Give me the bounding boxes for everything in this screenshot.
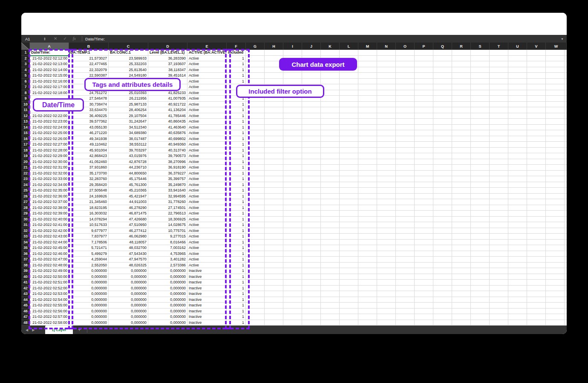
cell-C42[interactable]: 0,000000 [109,286,148,292]
cell-D11[interactable]: 41,136204 [148,107,187,113]
cancel-icon[interactable]: ✕ [54,35,57,43]
empty-cells[interactable] [246,217,567,223]
row-header-35[interactable]: 35 [21,245,30,251]
cell-C12[interactable]: 29,107504 [109,113,148,119]
cell-F25[interactable]: 1 [227,188,246,194]
empty-cells[interactable] [246,257,567,263]
cell-D23[interactable]: 35,399757 [148,176,187,182]
empty-cells[interactable] [246,199,567,205]
cell-A27[interactable]: 21-02-2022 02:37:00 [30,199,69,205]
cell-D21[interactable]: 36,918190 [148,165,187,171]
cell-A5[interactable]: 21-02-2022 02:15:00 [30,73,69,79]
column-header-V[interactable]: V [527,43,546,50]
cell-F15[interactable]: 1 [227,130,246,136]
row-header-46[interactable]: 46 [21,309,30,314]
cell-B13[interactable]: 39,577362 [69,119,109,125]
cell-C26[interactable]: 45,421947 [109,194,148,200]
empty-cells[interactable] [246,130,567,136]
column-header-B[interactable]: B [69,43,109,50]
cell-B22[interactable]: 35,173700 [69,171,109,177]
cell-C48[interactable]: 0,000000 [109,320,148,326]
cell-F34[interactable]: 1 [227,240,246,246]
row-header-30[interactable]: 30 [21,217,30,223]
cell-A31[interactable]: 21-02-2022 02:41:00 [30,222,69,228]
empty-cells[interactable] [246,136,567,142]
row-header-39[interactable]: 39 [21,268,30,274]
cell-E14[interactable]: Active [187,125,227,131]
cell-C21[interactable]: 44,236710 [109,165,148,171]
empty-cells[interactable] [246,291,567,297]
cell-E3[interactable]: Active [187,61,227,67]
cell-E26[interactable]: Active [187,194,227,200]
empty-cells[interactable] [246,188,567,194]
cell-B14[interactable]: 43,055130 [69,125,109,131]
select-all-corner[interactable] [21,43,30,50]
cell-D12[interactable]: 41,785446 [148,113,187,119]
empty-cells[interactable] [246,153,567,159]
cell-E42[interactable]: Inactive [187,286,227,292]
cell-A32[interactable]: 21-02-2022 02:42:00 [30,228,69,234]
cell-B26[interactable]: 24,169926 [69,194,109,200]
cell-E2[interactable]: Active [187,56,227,62]
column-header-O[interactable]: O [396,43,415,50]
cell-A15[interactable]: 21-02-2022 02:25:00 [30,130,69,136]
cell-A39[interactable]: 21-02-2022 02:49:00 [30,268,69,274]
empty-cells[interactable] [246,102,567,108]
cell-F35[interactable]: 1 [227,245,246,251]
empty-cells[interactable] [246,240,567,246]
formula-input[interactable]: Date/Time: [85,37,105,41]
row-header-40[interactable]: 40 [21,274,30,280]
cell-E1[interactable]: ACTIVE (BA:ACTIVE.1) [187,50,227,56]
cell-D9[interactable]: 41,007935 [148,96,187,102]
cell-A30[interactable]: 21-02-2022 02:40:00 [30,217,69,223]
empty-cells[interactable] [246,205,567,211]
row-header-19[interactable]: 19 [21,153,30,159]
cell-B48[interactable]: 0,000000 [69,320,109,326]
cell-C10[interactable]: 25,987133 [109,102,148,108]
cell-E31[interactable]: Active [187,222,227,228]
cell-E9[interactable]: Active [187,96,227,102]
cell-E16[interactable]: Active [187,136,227,142]
cell-C39[interactable]: 0,000000 [109,268,148,274]
cell-D32[interactable]: 10,775701 [148,228,187,234]
cell-B19[interactable]: 42,868423 [69,153,109,159]
column-header-J[interactable]: J [302,43,321,50]
row-header-10[interactable]: 10 [21,102,30,108]
cell-B40[interactable]: 0,000000 [69,274,109,280]
cell-D35[interactable]: 7,003162 [148,245,187,251]
column-header-D[interactable]: D [148,43,187,50]
cell-B1[interactable]: BA:TEMP.1 [69,50,109,56]
cell-D39[interactable]: 0,000000 [148,268,187,274]
cell-E10[interactable]: Active [187,102,227,108]
cell-D22[interactable]: 36,379227 [148,171,187,177]
cell-F4[interactable]: 1 [227,67,246,73]
cell-E48[interactable]: Inactive [187,320,227,326]
cell-E15[interactable]: Active [187,130,227,136]
cell-E46[interactable]: Inactive [187,309,227,314]
cell-E22[interactable]: Active [187,171,227,177]
cell-A17[interactable]: 21-02-2022 02:27:00 [30,142,69,148]
cell-F22[interactable]: 1 [227,171,246,177]
row-header-8[interactable]: 8 [21,90,30,96]
cell-F2[interactable]: 1 [227,56,246,62]
cell-D37[interactable]: 3,401282 [148,257,187,263]
cell-B46[interactable]: 0,000000 [69,309,109,314]
cell-F36[interactable]: 1 [227,251,246,257]
cell-F30[interactable]: 1 [227,217,246,223]
cell-A18[interactable]: 21-02-2022 02:28:00 [30,148,69,154]
cell-D45[interactable]: 0,000000 [148,303,187,309]
cell-B45[interactable]: 0,000000 [69,303,109,309]
cell-E29[interactable]: Active [187,211,227,217]
cell-C14[interactable]: 34,512340 [109,125,148,131]
column-header-G[interactable]: G [246,43,265,50]
cell-A22[interactable]: 21-02-2022 02:32:00 [30,171,69,177]
cell-F29[interactable]: 1 [227,211,246,217]
cell-B29[interactable]: 16,303032 [69,211,109,217]
cell-D24[interactable]: 35,249870 [148,182,187,188]
cell-F20[interactable]: 1 [227,159,246,165]
cell-C25[interactable]: 45,210365 [109,188,148,194]
cell-C32[interactable]: 46,277412 [109,228,148,234]
cell-F42[interactable]: 1 [227,286,246,292]
empty-cells[interactable] [246,211,567,217]
cell-A21[interactable]: 21-02-2022 02:31:00 [30,165,69,171]
